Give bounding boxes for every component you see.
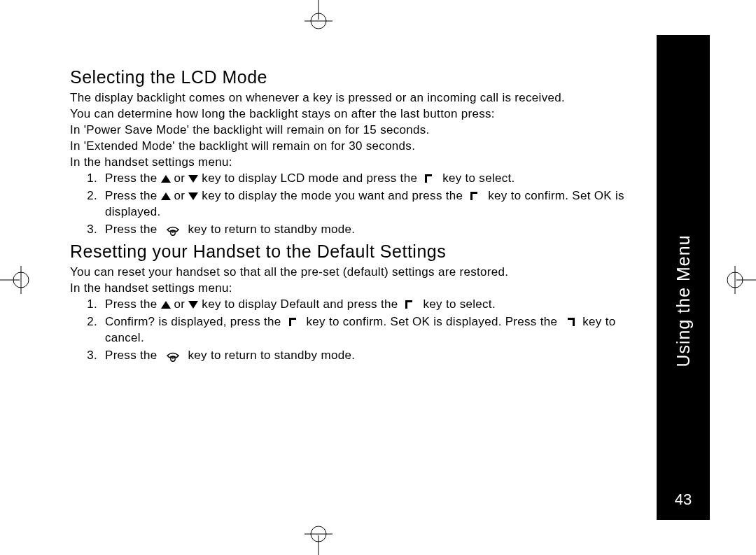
left-softkey-icon [405, 300, 415, 309]
text: key to display the mode you want and pre… [198, 189, 466, 202]
text: Press the [105, 171, 161, 185]
up-arrow-icon [161, 301, 171, 309]
text: key to return to standby mode. [185, 349, 356, 362]
list-item: Press the or key to display Default and … [101, 297, 630, 313]
text: Press the [105, 297, 161, 311]
left-softkey-icon [470, 192, 480, 200]
page-number: 43 [675, 491, 692, 509]
body-text: In 'Extended Mode' the backlight will re… [70, 139, 630, 155]
sidebar-tab: Using the Menu 43 [657, 35, 710, 520]
text: Press the [105, 349, 161, 362]
text: or [171, 171, 189, 185]
list-item: Press the or key to display LCD mode and… [101, 171, 630, 187]
up-arrow-icon [161, 175, 171, 183]
body-text: The display backlight comes on whenever … [70, 90, 630, 106]
text: key to confirm. Set OK is displayed. Pre… [303, 315, 561, 328]
text: or [171, 189, 189, 202]
heading-lcd-mode: Selecting the LCD Mode [70, 67, 630, 87]
left-softkey-icon [289, 318, 299, 326]
right-softkey-icon [565, 318, 575, 326]
body-text: You can determine how long the backlight… [70, 106, 630, 122]
text: key to select. [419, 297, 495, 311]
body-text: In the handset settings menu: [70, 281, 630, 297]
left-softkey-icon [425, 174, 435, 183]
power-hangup-icon [165, 223, 181, 236]
down-arrow-icon [188, 175, 198, 183]
body-text: In the handset settings menu: [70, 155, 630, 171]
heading-reset-default: Resetting your Handset to the Default Se… [70, 241, 630, 262]
text: key to display LCD mode and press the [198, 171, 421, 185]
text: Confirm? is displayed, press the [105, 315, 285, 328]
page-content: Selecting the LCD Mode The display backl… [70, 63, 630, 365]
list-item: Confirm? is displayed, press the key to … [101, 314, 630, 346]
power-hangup-icon [165, 349, 181, 362]
text: Press the [105, 223, 161, 236]
steps-list: Press the or key to display Default and … [70, 297, 630, 364]
body-text: In 'Power Save Mode' the backlight will … [70, 122, 630, 139]
list-item: Press the key to return to standby mode. [101, 222, 630, 238]
section-label: Using the Menu [673, 234, 694, 367]
list-item: Press the or key to display the mode you… [101, 188, 630, 220]
down-arrow-icon [188, 301, 198, 309]
steps-list: Press the or key to display LCD mode and… [70, 171, 630, 238]
text: or [171, 297, 189, 311]
text: key to return to standby mode. [185, 223, 356, 236]
body-text: You can reset your handset so that all t… [70, 265, 630, 281]
text: Press the [105, 189, 161, 202]
up-arrow-icon [161, 192, 171, 200]
text: key to select. [439, 171, 514, 185]
list-item: Press the key to return to standby mode. [101, 348, 630, 364]
down-arrow-icon [188, 192, 198, 200]
text: key to display Default and press the [198, 297, 401, 311]
